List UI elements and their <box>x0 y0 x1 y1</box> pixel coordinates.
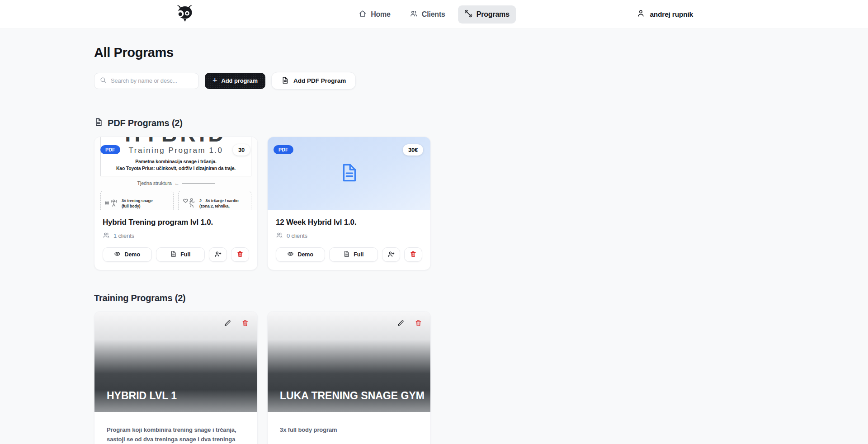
add-pdf-program-button[interactable]: Add PDF Program <box>271 72 356 90</box>
trash-icon <box>241 319 249 329</box>
left-arrow-glyph: ← <box>175 180 179 186</box>
strength-box-line2: (full body) <box>122 203 153 209</box>
pdf-programs-title: PDF Programs (2) <box>108 118 183 128</box>
clients-count-label: 0 clients <box>287 232 307 239</box>
nav-label-programs: Programs <box>476 10 509 19</box>
nav-item-clients[interactable]: Clients <box>403 5 452 24</box>
pdf-badge: PDF <box>100 145 120 154</box>
assign-client-button[interactable] <box>382 247 400 262</box>
assign-client-button[interactable] <box>209 247 227 262</box>
programs-page: All Programs + Add program Add PDF Progr… <box>0 29 868 444</box>
pdf-preview-week-structure: Tjedna struktura ← <box>100 180 251 186</box>
pdf-preview-tagline2: Kao Toyota Prius: učinkovit, održiv i di… <box>101 165 251 172</box>
training-programs-heading: Training Programs (2) <box>94 293 774 303</box>
training-program-card: HYBRID LVL 1 Program koji kombinira tren… <box>94 311 258 444</box>
eye-icon <box>114 250 121 259</box>
pdf-preview-cardio-box: 2—3× trčanje / cardio (zona 2, tehnika, <box>178 191 251 210</box>
card-body: 12 Week Hybrid lvl 1.0. 0 clients <box>268 210 430 270</box>
delete-program-button[interactable] <box>241 319 249 329</box>
clients-count-label: 1 clients <box>113 232 134 239</box>
dumbbell-icon <box>464 9 472 19</box>
program-title: LUKA TRENING SNAGE GYM <box>280 390 425 402</box>
demo-button[interactable]: Demo <box>276 247 325 262</box>
card-body: Hybrid Trening program lvl 1.0. 1 client… <box>94 210 257 270</box>
demo-button[interactable]: Demo <box>103 247 152 262</box>
training-program-card: LUKA TRENING SNAGE GYM 3x full body prog… <box>267 311 431 444</box>
trash-icon <box>410 250 417 259</box>
pdf-preview-big-title: HYBRID <box>101 137 251 145</box>
plus-icon: + <box>212 76 217 85</box>
training-cards-row: HYBRID LVL 1 Program koji kombinira tren… <box>94 311 774 444</box>
main-nav: Home Clients Programs <box>352 5 516 24</box>
full-button[interactable]: Full <box>329 247 378 262</box>
full-label: Full <box>354 251 363 258</box>
card-actions <box>397 319 422 329</box>
card-actions: Demo Full <box>276 247 422 262</box>
search-icon <box>99 76 107 85</box>
file-icon <box>170 250 177 259</box>
program-title: 12 Week Hybrid lvl 1.0. <box>276 218 422 227</box>
eye-icon <box>287 250 294 259</box>
toolbar: + Add program Add PDF Program <box>94 72 774 90</box>
pdf-badge: PDF <box>274 145 293 154</box>
runner-heart-icon <box>182 197 196 210</box>
delete-program-button[interactable] <box>404 247 422 262</box>
clients-icon <box>103 231 110 240</box>
pdf-preview-strength-box: 3× trening snage (full body) <box>100 191 174 210</box>
delete-program-button[interactable] <box>415 319 422 329</box>
add-program-label: Add program <box>221 77 258 84</box>
pdf-cards-row: PDF 30 HYBRID Training Program 1.0 Pamet… <box>94 137 774 270</box>
program-title: Hybrid Trening program lvl 1.0. <box>103 218 249 227</box>
program-cover-image: HYBRID LVL 1 <box>94 312 257 412</box>
pdf-preview-boxes: 3× trening snage (full body) 2—3× <box>100 191 251 210</box>
search-input[interactable] <box>111 77 193 84</box>
file-icon <box>281 76 289 85</box>
user-icon <box>637 9 645 19</box>
user-plus-icon <box>214 250 222 259</box>
user-name: andrej rupnik <box>650 10 693 19</box>
trash-icon <box>236 250 244 259</box>
card-actions <box>224 319 249 329</box>
file-text-icon <box>339 162 359 185</box>
pencil-icon <box>397 319 405 329</box>
edit-program-button[interactable] <box>224 319 231 329</box>
trash-icon <box>415 319 422 329</box>
delete-program-button[interactable] <box>231 247 249 262</box>
full-button[interactable]: Full <box>156 247 205 262</box>
home-icon <box>359 9 367 19</box>
search-box[interactable] <box>94 73 199 89</box>
demo-label: Demo <box>297 251 313 258</box>
file-text-icon <box>94 118 103 129</box>
add-pdf-program-label: Add PDF Program <box>293 77 346 84</box>
file-icon <box>343 250 350 259</box>
program-description: 3x full body program <box>268 412 430 444</box>
nav-item-programs[interactable]: Programs <box>458 5 516 24</box>
clients-icon <box>276 231 283 240</box>
pdf-preview-subtitle: Training Program 1.0 <box>101 146 251 155</box>
training-programs-title: Training Programs (2) <box>94 293 186 303</box>
demo-label: Demo <box>124 251 140 258</box>
pdf-program-card: PDF 30 HYBRID Training Program 1.0 Pamet… <box>94 137 258 270</box>
nav-item-home[interactable]: Home <box>352 5 397 24</box>
program-description: Program koji kombinira trening snage i t… <box>94 412 257 444</box>
weightlifter-icon <box>104 197 118 210</box>
pdf-preview-tagline1: Pametna kombinacija snage i trčanja. <box>101 158 251 165</box>
strength-box-line1: 3× trening snage <box>122 198 153 203</box>
price-badge: 30€ <box>403 144 423 156</box>
program-title: HYBRID LVL 1 <box>107 390 177 402</box>
edit-program-button[interactable] <box>397 319 405 329</box>
top-nav: Home Clients Programs <box>0 0 868 29</box>
program-cover-image: LUKA TRENING SNAGE GYM <box>268 312 430 412</box>
app-logo[interactable] <box>175 4 200 24</box>
owl-logo-icon <box>175 4 196 24</box>
cardio-box-line2: (zona 2, tehnika, <box>199 203 239 209</box>
nav-label-clients: Clients <box>422 10 445 19</box>
pencil-icon <box>224 319 231 329</box>
nav-label-home: Home <box>371 10 391 19</box>
add-program-button[interactable]: + Add program <box>205 73 265 89</box>
clients-count: 0 clients <box>276 231 422 240</box>
page-title: All Programs <box>94 45 774 60</box>
user-menu[interactable]: andrej rupnik <box>637 9 693 19</box>
clients-icon <box>410 9 418 19</box>
pdf-programs-heading: PDF Programs (2) <box>94 118 774 129</box>
